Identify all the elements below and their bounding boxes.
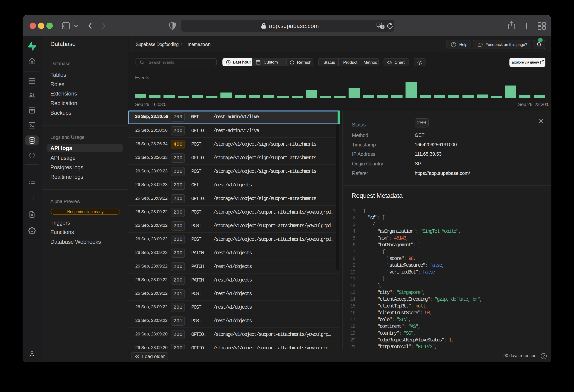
svg-text:文: 文 xyxy=(381,25,384,28)
